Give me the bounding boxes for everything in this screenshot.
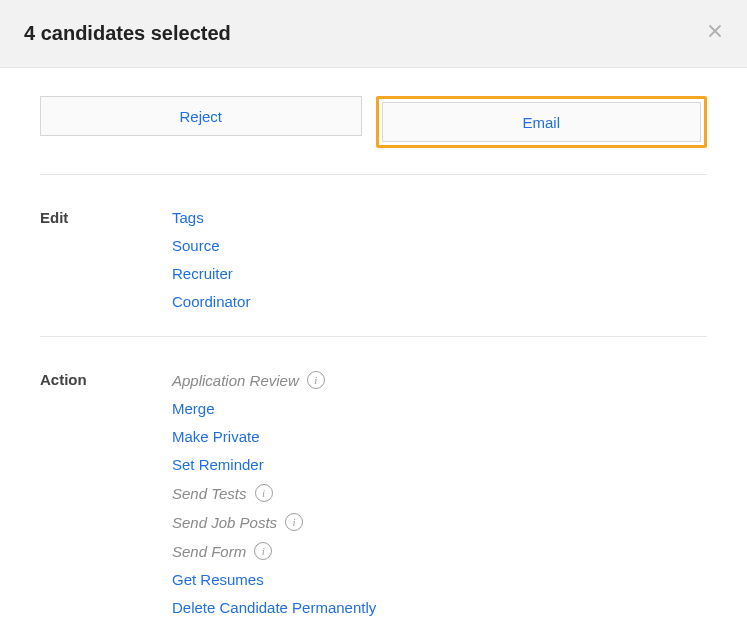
edit-source-link[interactable]: Source xyxy=(172,237,250,254)
action-send-job-posts: Send Job Posts i xyxy=(172,513,376,531)
edit-section: Edit Tags Source Recruiter Coordinator xyxy=(40,175,707,336)
modal-title: 4 candidates selected xyxy=(24,22,231,45)
action-section-label: Action xyxy=(40,371,172,616)
edit-section-items: Tags Source Recruiter Coordinator xyxy=(172,209,250,310)
action-section: Action Application Review i Merge Make P… xyxy=(40,337,707,638)
action-delete-permanently-link[interactable]: Delete Candidate Permanently xyxy=(172,599,376,616)
close-icon xyxy=(707,23,723,42)
edit-recruiter-link[interactable]: Recruiter xyxy=(172,265,250,282)
action-send-job-posts-label: Send Job Posts xyxy=(172,514,277,531)
action-application-review: Application Review i xyxy=(172,371,376,389)
action-send-tests-label: Send Tests xyxy=(172,485,247,502)
info-icon[interactable]: i xyxy=(307,371,325,389)
action-merge-link[interactable]: Merge xyxy=(172,400,376,417)
edit-section-label: Edit xyxy=(40,209,172,310)
info-icon[interactable]: i xyxy=(285,513,303,531)
action-send-form-label: Send Form xyxy=(172,543,246,560)
action-get-resumes-link[interactable]: Get Resumes xyxy=(172,571,376,588)
email-button-highlight: Email xyxy=(376,96,708,148)
modal-content: Reject Email Edit Tags Source Recruiter … xyxy=(0,68,747,638)
action-send-tests: Send Tests i xyxy=(172,484,376,502)
close-button[interactable] xyxy=(701,18,729,46)
edit-tags-link[interactable]: Tags xyxy=(172,209,250,226)
email-button[interactable]: Email xyxy=(382,102,702,142)
action-set-reminder-link[interactable]: Set Reminder xyxy=(172,456,376,473)
modal-header: 4 candidates selected xyxy=(0,0,747,68)
action-section-items: Application Review i Merge Make Private … xyxy=(172,371,376,616)
edit-coordinator-link[interactable]: Coordinator xyxy=(172,293,250,310)
action-make-private-link[interactable]: Make Private xyxy=(172,428,376,445)
reject-button[interactable]: Reject xyxy=(40,96,362,136)
info-icon[interactable]: i xyxy=(254,542,272,560)
action-application-review-label: Application Review xyxy=(172,372,299,389)
info-icon[interactable]: i xyxy=(255,484,273,502)
action-send-form: Send Form i xyxy=(172,542,376,560)
button-row: Reject Email xyxy=(40,96,707,148)
